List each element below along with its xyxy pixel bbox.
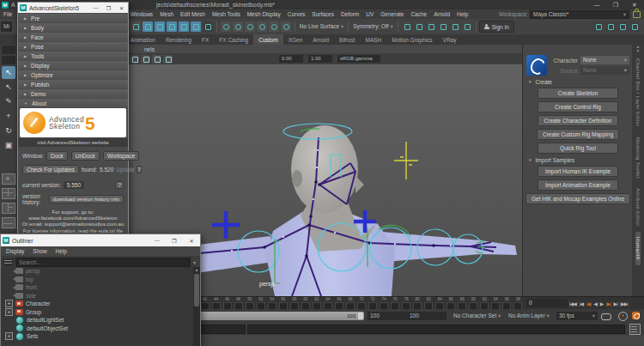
menu-item[interactable]: Windows (127, 11, 156, 17)
shelf-tab[interactable]: Animation (125, 34, 161, 45)
shelf-tab[interactable]: FX Caching (214, 34, 253, 45)
as-section-row[interactable]: Face (18, 33, 128, 41)
tool-button[interactable]: ✎ (2, 95, 15, 108)
import-samples-header[interactable]: Import Samples (528, 157, 629, 163)
outliner-menu-item[interactable]: Display (6, 248, 24, 254)
create-button[interactable]: Create Skeleton (538, 88, 618, 99)
shelf-tab[interactable]: Motion Graphics (386, 34, 437, 45)
sidebar-tab[interactable]: Channel Box / Layer Editor (635, 53, 641, 132)
animation-preferences-icon[interactable] (618, 312, 628, 321)
tool-button[interactable]: ▣ (2, 139, 15, 152)
toolbox-header-icon-2[interactable] (2, 56, 15, 64)
timeline-tick[interactable]: 96 (501, 297, 513, 310)
fps-dropdown[interactable]: 30 fps (556, 312, 598, 320)
import-button[interactable]: Import Animation Example (538, 179, 618, 191)
menu-item[interactable]: File (0, 11, 15, 17)
menu-item[interactable]: Curves (284, 11, 309, 17)
outliner-item[interactable]: defaultLightSet (1, 316, 193, 325)
timeline-tick[interactable]: 94 (490, 297, 501, 310)
create-button[interactable]: Create Custom Rig Mapping (537, 129, 619, 140)
shelf-tab[interactable]: VRay (438, 34, 462, 45)
symmetry-dropdown[interactable]: Symmetry: Off (351, 23, 395, 30)
create-button[interactable]: Create Character Definition (538, 115, 618, 126)
as-section-row[interactable]: Optimize (18, 70, 128, 79)
outliner-control-button[interactable]: ✕ (183, 238, 200, 244)
timeline-tick[interactable]: 64 (322, 297, 333, 310)
history-icon[interactable] (221, 21, 231, 32)
playback-button[interactable]: ▶| (612, 300, 619, 307)
shelf-tab[interactable]: Rendering (161, 34, 197, 45)
gamma-field[interactable]: 1.00 (308, 55, 332, 63)
history-icon[interactable] (257, 21, 267, 32)
render-icon[interactable] (462, 21, 472, 32)
updates-help-button[interactable]: ? (137, 166, 142, 173)
import-button[interactable]: Import Human IK Example (538, 166, 618, 177)
playback-loop-icon[interactable] (601, 313, 611, 320)
advancedskeleton-titlebar[interactable]: M AdvancedSkeleton5 —❐✕ (18, 3, 128, 13)
as-section-row[interactable]: Pre (18, 14, 128, 22)
timeline-tick[interactable]: 86 (446, 297, 457, 310)
script-editor-icon[interactable] (629, 324, 641, 335)
outliner-menu-item[interactable]: Help (56, 248, 67, 254)
tool-button[interactable]: + (2, 110, 15, 123)
scroll-up-icon[interactable]: ▲ (193, 267, 200, 273)
menu-item[interactable]: Arnold (430, 11, 453, 17)
panel-toggle-icon[interactable] (593, 21, 604, 32)
as-section-row[interactable]: Tools (18, 52, 128, 60)
menu-item[interactable]: Edit Mesh (177, 11, 209, 17)
expand-icon[interactable] (5, 308, 13, 316)
outliner-control-button[interactable]: ❐ (166, 238, 183, 244)
snap-icon[interactable] (143, 21, 153, 32)
character-dropdown[interactable]: None (580, 56, 629, 64)
history-icon[interactable] (233, 21, 243, 32)
import-button[interactable]: Get HIK and Mocap Examples Online (526, 193, 630, 204)
shelf-tab[interactable]: Bifrost (334, 34, 360, 45)
as-section-about[interactable]: About (18, 99, 128, 107)
panel-toggle-icon[interactable] (605, 21, 616, 32)
expand-icon[interactable] (5, 332, 13, 340)
character-set-dropdown[interactable]: No Character Set (453, 312, 501, 320)
workspace-selector[interactable]: Maya Classic* (530, 10, 629, 19)
tool-button[interactable]: ↖ (2, 81, 15, 94)
playback-end-field[interactable]: 100 (407, 312, 447, 320)
layout-three-pane-button[interactable] (2, 203, 15, 214)
timeline-tick[interactable]: 98 (513, 297, 524, 310)
outliner-control-button[interactable]: — (149, 238, 166, 244)
timeline-tick[interactable]: 88 (457, 297, 468, 310)
color-management-dropdown[interactable]: sRGB gamma (337, 55, 380, 63)
window-control-button[interactable]: ❐ (606, 2, 625, 9)
playback-button[interactable]: |◀ (585, 300, 592, 307)
create-section-header[interactable]: Create (528, 79, 629, 85)
playback-button[interactable]: ▶▶| (619, 300, 629, 307)
as-window-control-button[interactable]: ❐ (102, 5, 115, 11)
timeline-tick[interactable]: 80 (412, 297, 423, 310)
snap-icon[interactable] (155, 21, 165, 32)
timeline-tick[interactable]: 52 (255, 297, 266, 310)
menu-item[interactable]: Generate (377, 11, 407, 17)
outliner-item[interactable]: Character (1, 300, 193, 308)
timeline-tick[interactable]: 92 (479, 297, 490, 310)
window-mode-button[interactable]: Workspace (103, 151, 139, 161)
snap-icon[interactable] (191, 21, 201, 32)
timeline-tick[interactable]: 76 (390, 297, 401, 310)
outliner-item[interactable]: Group (1, 308, 193, 317)
sidebar-tab[interactable]: Modeling Toolkit (635, 132, 641, 184)
anim-layer-dropdown[interactable]: No Anim Layer (508, 312, 550, 320)
outliner-scrollbar[interactable]: ▲ (193, 267, 200, 346)
lock-selection-icon[interactable] (203, 21, 213, 32)
menu-item[interactable]: Mesh (156, 11, 177, 17)
as-window-control-button[interactable]: — (89, 5, 102, 11)
render-icon[interactable] (414, 21, 424, 32)
workspace-lock-icon[interactable] (633, 11, 641, 18)
timeline-tick[interactable]: 84 (434, 297, 446, 310)
timeline-tick[interactable]: 58 (289, 297, 300, 310)
shelf-tab[interactable]: Custom (253, 34, 283, 45)
as-section-row[interactable]: Pose (18, 42, 128, 51)
outliner-item[interactable]: defaultObjectSet (1, 325, 193, 333)
playback-button[interactable]: ◀ (592, 300, 598, 307)
window-control-button[interactable]: ✕ (625, 2, 644, 9)
filter-icon[interactable] (3, 258, 14, 266)
history-icon[interactable] (281, 21, 291, 32)
timeline-tick[interactable]: 44 (210, 297, 222, 310)
as-section-row[interactable]: Display (18, 61, 128, 70)
